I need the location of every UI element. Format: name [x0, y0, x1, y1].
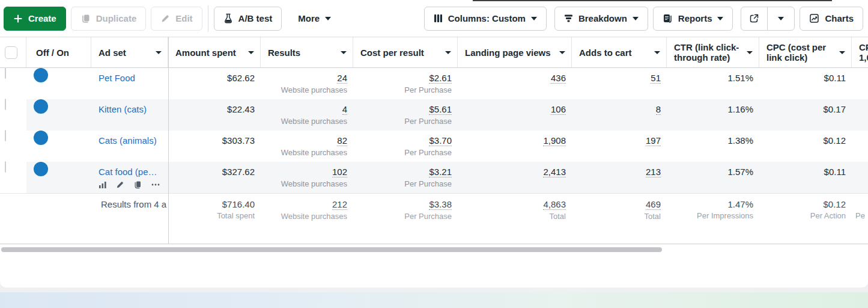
results-value: 102 [332, 167, 347, 177]
row-checkbox[interactable] [5, 130, 6, 141]
sort-caret-icon[interactable] [654, 51, 660, 54]
row-checkbox[interactable] [5, 161, 6, 173]
duplicate-icon[interactable] [133, 180, 142, 189]
ad-set-link[interactable]: Pet Food [99, 73, 135, 83]
cost-per-result-value: $2.61 [429, 73, 452, 84]
header-cpm-clipped[interactable]: CP 1,0 [852, 37, 868, 67]
ad-set-link[interactable]: Cats (animals) [99, 135, 157, 146]
toolbar-divider [208, 5, 208, 32]
adds-to-cart-value: 213 [646, 167, 661, 177]
header-results[interactable]: Results [261, 37, 353, 67]
results-subtext: Website purchases [281, 117, 347, 126]
export-options-button[interactable] [768, 7, 794, 30]
ctr-label: CTR (link click- through rate) [674, 42, 739, 63]
cost-per-result-value: $3.70 [429, 135, 452, 146]
header-landing-page-views[interactable]: Landing page views [458, 37, 572, 67]
cost-per-result-subtext: Per Purchase [404, 179, 452, 189]
charts-button[interactable]: Charts [800, 7, 863, 31]
cpc-value: $0.11 [824, 73, 846, 83]
create-label: Create [28, 13, 56, 23]
sort-caret-icon[interactable] [747, 51, 753, 54]
export-button[interactable] [741, 7, 768, 30]
row-checkbox[interactable] [5, 67, 6, 79]
results-subtext: Website purchases [281, 179, 347, 189]
columns-button[interactable]: Columns: Custom [424, 7, 547, 31]
edit-label: Edit [175, 13, 192, 23]
ctr-value: 1.51% [727, 73, 753, 83]
total-landing-page-views-subtext: Total [550, 212, 566, 221]
sort-caret-icon[interactable] [156, 51, 162, 54]
pencil-icon [160, 14, 170, 23]
header-cost-per-result[interactable]: Cost per result [353, 37, 458, 67]
duplicate-button[interactable]: Duplicate [71, 7, 147, 31]
cost-per-result-subtext: Per Purchase [404, 148, 452, 158]
flask-icon [223, 13, 233, 23]
toggle-knob [34, 131, 48, 145]
header-cpc[interactable]: CPC (cost per link click) [759, 37, 852, 67]
ctr-value: 1.38% [727, 135, 753, 146]
ctr-value: 1.16% [727, 104, 753, 114]
ad-set-label: Ad set [99, 48, 126, 58]
breakdown-button[interactable]: Breakdown [554, 7, 648, 31]
sort-caret-icon[interactable] [341, 51, 347, 54]
total-results-value: 212 [332, 199, 347, 210]
avg-cost-per-result-value: $3.38 [429, 199, 452, 210]
duplicate-icon [80, 13, 91, 23]
cost-per-result-subtext: Per Purchase [404, 85, 452, 95]
select-all-checkbox[interactable] [5, 46, 17, 59]
ad-set-link[interactable]: Kitten (cats) [99, 104, 147, 114]
sort-caret-icon[interactable] [839, 51, 845, 54]
results-subtext: Website purchases [281, 148, 347, 158]
summary-label: Results from 4 a [91, 194, 168, 244]
columns-icon [434, 14, 443, 23]
ab-test-button[interactable]: A/B test [214, 7, 282, 31]
more-options-ellipsis-icon[interactable] [151, 180, 160, 189]
table-header-row: Off / On Ad set Amount spent Results Cos… [0, 37, 868, 68]
header-ctr[interactable]: CTR (link click- through rate) [667, 37, 759, 67]
view-charts-icon[interactable] [99, 180, 107, 189]
page-background-gradient [0, 292, 868, 308]
cost-per-result-value: $5.61 [429, 104, 452, 115]
landing-page-views-value: 106 [551, 104, 566, 115]
header-amount-spent[interactable]: Amount spent [168, 37, 261, 67]
total-adds-to-cart-value: 469 [646, 199, 661, 210]
table-row: Cat food (pe… $327.62 1 [0, 162, 868, 193]
toggle-knob [34, 99, 48, 114]
results-subtext: Website purchases [281, 85, 347, 95]
sort-caret-icon[interactable] [559, 51, 565, 54]
avg-cpc-subtext: Per Action [810, 211, 846, 221]
sort-caret-icon[interactable] [445, 51, 451, 54]
edit-button[interactable]: Edit [151, 7, 202, 31]
landing-page-views-value: 436 [551, 73, 566, 84]
results-value: 82 [337, 135, 347, 146]
create-button[interactable]: Create [4, 7, 66, 31]
cost-per-result-label: Cost per result [360, 48, 424, 58]
cpm-subtext-clipped: Pe [855, 211, 865, 221]
reports-label: Reports [678, 13, 712, 23]
row-checkbox[interactable] [5, 99, 6, 110]
adds-to-cart-value: 197 [646, 135, 661, 146]
ad-set-link[interactable]: Cat food (pe… [99, 167, 157, 177]
chevron-down-icon [717, 17, 723, 20]
cpc-value: $0.11 [824, 167, 846, 177]
landing-page-views-label: Landing page views [465, 48, 551, 58]
amount-spent-label: Amount spent [175, 48, 236, 58]
header-adds-to-cart[interactable]: Adds to cart [572, 37, 667, 67]
adds-to-cart-value: 51 [651, 73, 661, 84]
avg-cost-per-result-subtext: Per Purchase [404, 212, 452, 221]
edit-pencil-icon[interactable] [116, 180, 124, 189]
more-button[interactable]: More [290, 7, 339, 31]
charts-icon [809, 13, 819, 23]
horizontal-scrollbar[interactable] [1, 247, 662, 252]
sort-caret-icon[interactable] [248, 51, 254, 54]
breakdown-label: Breakdown [578, 13, 627, 23]
ads-manager-page: Create Duplicate Edit A/B [0, 0, 868, 308]
more-label: More [298, 13, 320, 23]
cost-per-result-value: $3.21 [429, 167, 452, 177]
landing-page-views-value: 2,413 [543, 167, 566, 177]
table-row: Kitten (cats) $22.43 4Website purchases … [0, 99, 868, 131]
header-ad-set[interactable]: Ad set [91, 37, 168, 67]
content-card: Create Duplicate Edit A/B [0, 0, 868, 288]
reports-button[interactable]: Reports [653, 7, 733, 31]
avg-cpc-value: $0.12 [823, 199, 846, 209]
